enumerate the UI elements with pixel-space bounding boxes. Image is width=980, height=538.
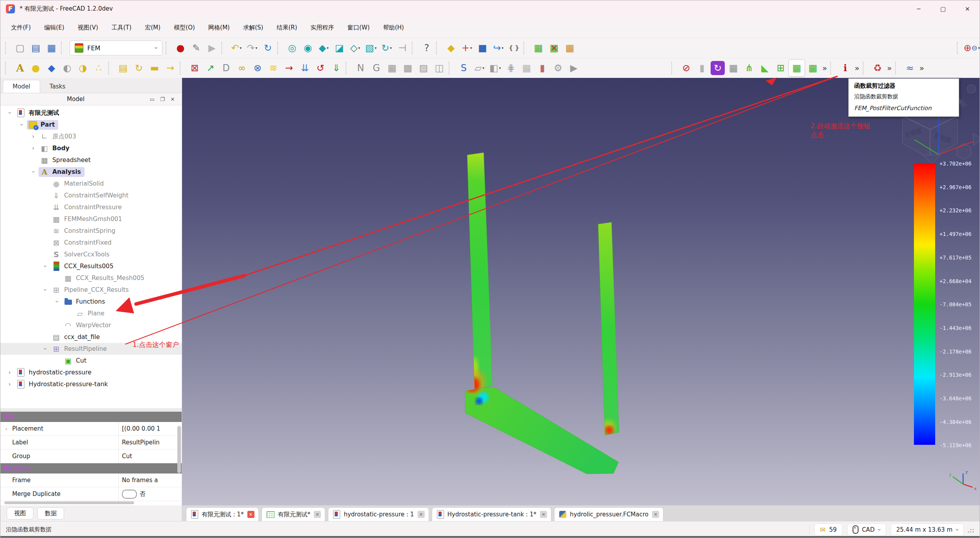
mesh-display-textured-button[interactable]: ▦ [562, 40, 578, 56]
tree-item-constraintselfweight[interactable]: ⇓ConstraintSelfWeight [0, 190, 182, 201]
tree-item-analysis[interactable]: ›AAnalysis [0, 166, 182, 178]
redo-button[interactable]: ↷▾ [244, 40, 260, 56]
tree-item-constraintspring[interactable]: ≋ConstraintSpring [0, 225, 182, 237]
fem-mesh-to-shape-button[interactable]: ◫ [431, 60, 447, 76]
fem-constraint-centrif-button[interactable]: ↺ [313, 60, 328, 76]
fem-mesh-gmsh-button[interactable]: G [368, 60, 384, 76]
tree-item-pipeline-ccx-results[interactable]: ›⊞Pipeline_CCX_Results [0, 284, 182, 296]
property-value[interactable]: ResultPipelin [119, 436, 182, 449]
mesh-display-off-button[interactable]: ▦✕ [546, 40, 562, 56]
toolbar-handle[interactable] [5, 42, 9, 54]
toolbar-handle[interactable] [180, 62, 184, 74]
fem-mesh-netgen-button[interactable]: N [353, 60, 368, 76]
macro-play-button[interactable]: ▶ [204, 40, 220, 56]
fem-constraint-tie-button[interactable]: ⊗ [250, 60, 265, 76]
fem-macro-recompute-button[interactable]: ♻ [870, 60, 886, 76]
tree-expander-icon[interactable]: › [42, 344, 49, 354]
tree-item-item[interactable]: ›有限元测试 [0, 107, 182, 119]
dock-icon[interactable]: ▭ [147, 96, 157, 102]
toolbar-handle[interactable] [449, 62, 453, 74]
tree-expander-icon[interactable]: › [42, 285, 49, 295]
close-button[interactable]: ✕ [955, 0, 980, 17]
fem-results-purge-button[interactable]: ⊘ [678, 60, 694, 76]
document-tab-item[interactable]: 有限元测试*✕ [262, 507, 326, 521]
transform-add-remove-button[interactable]: ⊕⊖▾ [964, 40, 980, 56]
view-fit-all-button[interactable]: ◎ [284, 40, 300, 56]
menu-item-10[interactable]: 窗口(W) [341, 22, 377, 34]
tree-expander-icon[interactable]: › [18, 120, 25, 130]
document-refresh-button[interactable]: ↻ [260, 40, 276, 56]
tree-expander-icon[interactable]: › [4, 369, 15, 376]
open-document-button[interactable]: ▤ [28, 40, 44, 56]
menu-item-11[interactable]: 帮助(H) [376, 22, 411, 34]
menu-item-7[interactable]: 求解(S) [236, 22, 270, 34]
toolbar-handle[interactable] [108, 62, 112, 74]
document-tab-1[interactable]: 有限元测试 : 1*✕ [186, 507, 259, 521]
mesh-display-solid-button[interactable]: ▦ [531, 40, 546, 56]
menu-item-6[interactable]: 网格(M) [202, 22, 237, 34]
tree-item-warpvector[interactable]: ◠WarpVector [0, 319, 182, 331]
tree-item-spreadsheet[interactable]: ▦Spreadsheet [0, 154, 182, 166]
fem-element-fluid-1d-button[interactable]: → [162, 60, 178, 76]
menu-item-2[interactable]: 视图(V) [71, 22, 105, 34]
menu-item-3[interactable]: 工具(T) [105, 22, 138, 34]
tree-item-cut[interactable]: ▣Cut [0, 355, 182, 367]
toolbar-overflow-chevron[interactable]: » [919, 63, 924, 73]
view-draw-style-button[interactable]: ◇▾ [347, 40, 363, 56]
tree-item-solverccxtools[interactable]: SSolverCcxTools [0, 249, 182, 260]
tree-item-part[interactable]: ›Part [0, 119, 182, 131]
toolbar-handle[interactable] [221, 42, 225, 54]
horizontal-scrollbar[interactable] [4, 501, 134, 504]
fem-post-filter-cut-function-button[interactable]: ▦ [788, 59, 805, 77]
fem-post-wedge-button[interactable]: ◣ [757, 60, 773, 76]
vertical-scrollbar[interactable] [177, 426, 181, 473]
fem-material-nonlinear-button[interactable]: ◐ [59, 60, 75, 76]
fem-element-geometry-2d-button[interactable]: ▬ [147, 60, 162, 76]
undo-button[interactable]: ↶▾ [228, 40, 244, 56]
minimize-button[interactable]: ─ [906, 0, 931, 17]
fem-post-scalar-clip-button[interactable]: ⊞ [773, 60, 788, 76]
tab-close-icon[interactable]: ✕ [540, 511, 547, 518]
tab-close-icon[interactable]: ✕ [652, 511, 659, 518]
part-create-button[interactable]: ◆ [443, 40, 459, 56]
toolbar-handle[interactable] [277, 42, 281, 54]
toolbar-handle[interactable] [5, 62, 9, 74]
tree-item-materialsolid[interactable]: ●MaterialSolid [0, 178, 182, 190]
property-tab-1[interactable]: 数据 [37, 507, 64, 520]
toolbar-overflow-chevron[interactable]: » [887, 63, 892, 73]
toggle-icon[interactable] [122, 490, 137, 499]
tab-close-icon[interactable]: ✕ [247, 511, 254, 518]
panel-splitter[interactable] [0, 408, 182, 411]
property-tab-0[interactable]: 视图 [7, 507, 33, 520]
toolbar-handle[interactable] [436, 42, 440, 54]
tree-item-hydrostatic-pressure[interactable]: ›hydrostatic-pressure [0, 367, 182, 378]
toolbar-handle[interactable] [346, 62, 350, 74]
property-value[interactable]: 否 [119, 487, 182, 501]
fem-material-fluid-button[interactable]: ◆ [44, 60, 59, 76]
tree-expander-icon[interactable]: › [4, 381, 15, 388]
fem-solver-settings-button[interactable]: ⚙ [550, 60, 566, 76]
expression-editor-button[interactable]: { } [506, 40, 522, 56]
macro-record-button[interactable]: ● [173, 40, 188, 56]
fem-analysis-button[interactable]: A [12, 60, 28, 76]
toolbar-handle[interactable] [166, 42, 169, 54]
fem-material-reinforced-button[interactable]: ◑ [75, 60, 91, 76]
toolbar-handle[interactable] [895, 62, 899, 74]
3d-viewport[interactable]: 左视图 前视图 z y x [182, 78, 980, 505]
measure-button[interactable]: ⊣ [394, 40, 410, 56]
notification-counter[interactable]: ✉ 59 [814, 523, 842, 536]
toolbar-overflow-chevron[interactable]: » [822, 63, 827, 73]
link-make-button[interactable]: ↪▾ [490, 40, 506, 56]
fem-constraint-contact-button[interactable]: ∞ [234, 60, 250, 76]
fem-constraint-rigid-body-button[interactable]: D [218, 60, 234, 76]
toolbar-handle[interactable] [523, 42, 527, 54]
resize-grip[interactable] [969, 527, 974, 532]
tree-item-ccx-results-mesh005[interactable]: ▦CCX_Results_Mesh005 [0, 272, 182, 284]
panel-tab-model[interactable]: Model [3, 80, 40, 93]
tree-expander-icon[interactable]: › [28, 133, 39, 140]
fem-mesh-group-button[interactable]: ▩ [400, 60, 416, 76]
fem-results-show-button[interactable]: ▮ [694, 60, 710, 76]
toolbar-handle[interactable] [412, 42, 416, 54]
new-document-button[interactable]: ▢ [12, 40, 28, 56]
panel-close-icon[interactable]: ✕ [168, 96, 178, 102]
